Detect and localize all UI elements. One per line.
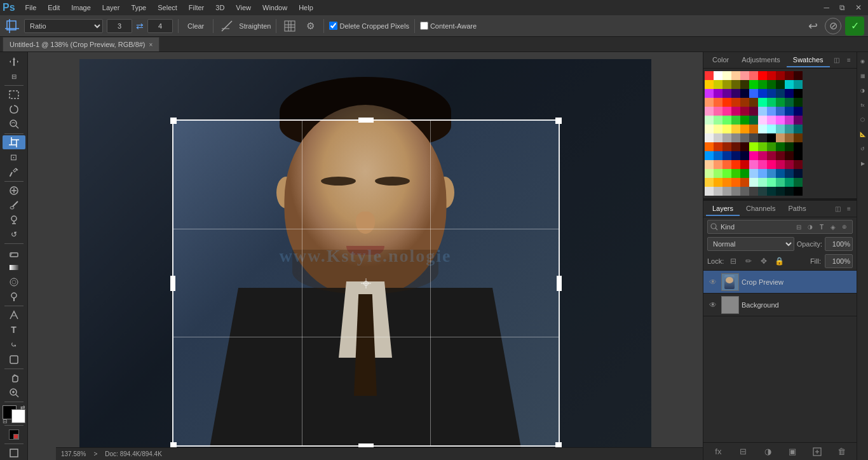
tab-close-icon[interactable]: × (149, 41, 153, 48)
swatch-13-0[interactable] (705, 187, 714, 196)
panel-history-icon[interactable]: ↺ (858, 142, 868, 155)
menu-file[interactable]: File (20, 3, 42, 13)
swap-dimensions-icon[interactable]: ⇄ (136, 21, 144, 31)
swatch-6-9[interactable] (785, 125, 794, 133)
swatch-7-4[interactable] (740, 133, 749, 142)
swatch-4-1[interactable] (714, 107, 722, 116)
swatch-8-7[interactable] (767, 142, 776, 151)
swatch-10-8[interactable] (776, 160, 785, 169)
swatch-11-10[interactable] (794, 169, 803, 178)
swatch-7-2[interactable] (722, 133, 731, 142)
swatch-0-1[interactable] (714, 71, 722, 80)
document-tab[interactable]: Untitled-1 @ 138% (Crop Preview, RGB/8#)… (3, 37, 159, 51)
layer-item-crop-preview[interactable]: 👁 Crop Preview (703, 271, 857, 294)
swatch-12-2[interactable] (722, 178, 731, 187)
swatch-12-8[interactable] (776, 178, 785, 187)
swatch-2-1[interactable] (714, 89, 722, 98)
crop-width-input[interactable] (107, 19, 132, 33)
change-screen-mode[interactable] (3, 446, 25, 460)
swatch-8-0[interactable] (705, 142, 714, 151)
panel-layers-icon[interactable]: ▦ (858, 69, 868, 82)
text-tool[interactable]: T (3, 323, 25, 337)
swatch-4-8[interactable] (776, 107, 785, 116)
crop-handle-tm[interactable] (358, 118, 374, 123)
ratio-select[interactable]: Ratio W x H x Resolution Original Ratio … (24, 19, 103, 33)
swatch-10-2[interactable] (722, 160, 731, 169)
settings-icon[interactable]: ⚙ (302, 18, 318, 34)
delete-cropped-check[interactable]: Delete Cropped Pixels (329, 22, 409, 30)
crop-box[interactable] (172, 119, 560, 447)
clear-button[interactable]: Clear (184, 21, 208, 31)
background-color[interactable] (11, 409, 25, 423)
swatch-12-7[interactable] (767, 178, 776, 187)
swatch-2-9[interactable] (785, 89, 794, 98)
panel-color-icon[interactable]: ◉ (858, 55, 868, 67)
gradient-tool[interactable] (3, 260, 25, 274)
swatch-1-6[interactable] (758, 80, 767, 89)
swatch-7-1[interactable] (714, 133, 722, 142)
swatch-9-10[interactable] (794, 151, 803, 160)
swatch-10-10[interactable] (794, 160, 803, 169)
layer-visibility-background[interactable]: 👁 (707, 299, 719, 311)
menu-edit[interactable]: Edit (43, 3, 65, 13)
swatch-5-0[interactable] (705, 116, 714, 125)
frame-tool[interactable]: ⊡ (3, 150, 25, 164)
heal-brush-tool[interactable] (3, 184, 25, 198)
swatch-8-2[interactable] (722, 142, 731, 151)
swatch-3-9[interactable] (785, 98, 794, 107)
swatch-8-5[interactable] (749, 142, 758, 151)
brush-tool[interactable] (3, 198, 25, 212)
swatch-11-7[interactable] (767, 169, 776, 178)
confirm-crop-button[interactable]: ✓ (845, 17, 864, 36)
swatch-5-8[interactable] (776, 116, 785, 125)
eraser-tool[interactable] (3, 246, 25, 260)
reset-colors-icon[interactable]: ⊟ (3, 418, 8, 424)
tab-layers[interactable]: Layers (706, 202, 740, 216)
rect-select-tool[interactable] (3, 88, 25, 102)
kind-text-icon[interactable]: T (817, 222, 827, 232)
eyedropper-tool[interactable] (3, 165, 25, 179)
overlay-icon[interactable] (281, 18, 298, 34)
swatch-5-4[interactable] (740, 116, 749, 125)
dodge-tool[interactable] (3, 290, 25, 304)
swatch-2-0[interactable] (705, 89, 714, 98)
swatch-13-1[interactable] (714, 187, 722, 196)
swatch-3-5[interactable] (749, 98, 758, 107)
tab-color[interactable]: Color (706, 53, 735, 67)
swatch-3-2[interactable] (722, 98, 731, 107)
swatch-11-5[interactable] (749, 169, 758, 178)
menu-select[interactable]: Select (153, 3, 182, 13)
swatch-6-8[interactable] (776, 125, 785, 133)
swatch-7-3[interactable] (731, 133, 740, 142)
new-group-button[interactable]: ▣ (786, 445, 799, 458)
artboard-tool[interactable]: ⊟ (3, 69, 25, 83)
swatch-10-9[interactable] (785, 160, 794, 169)
cancel-crop-button[interactable]: ⊘ (825, 18, 841, 34)
menu-help[interactable]: Help (294, 3, 318, 13)
swatch-5-10[interactable] (794, 116, 803, 125)
menu-filter[interactable]: Filter (184, 3, 209, 13)
swatch-3-10[interactable] (794, 98, 803, 107)
crop-tool[interactable] (3, 135, 25, 149)
layers-panel-menu-icon[interactable]: ≡ (844, 204, 854, 214)
swatch-3-0[interactable] (705, 98, 714, 107)
kind-adjustment-icon[interactable]: ◑ (805, 222, 815, 232)
straighten-button[interactable] (219, 18, 235, 34)
swatch-3-3[interactable] (731, 98, 740, 107)
swatch-6-0[interactable] (705, 125, 714, 133)
new-fill-adjustment-button[interactable]: ◑ (761, 445, 774, 458)
swatch-11-3[interactable] (731, 169, 740, 178)
swatch-0-9[interactable] (785, 71, 794, 80)
swatch-5-7[interactable] (767, 116, 776, 125)
swatch-10-5[interactable] (749, 160, 758, 169)
kind-smart-icon[interactable]: ⊕ (839, 222, 850, 232)
hand-tool[interactable] (3, 371, 25, 385)
swatch-1-8[interactable] (776, 80, 785, 89)
swatch-13-7[interactable] (767, 187, 776, 196)
swatch-6-7[interactable] (767, 125, 776, 133)
pen-tool[interactable] (3, 308, 25, 322)
swatch-7-7[interactable] (767, 133, 776, 142)
swatch-6-2[interactable] (722, 125, 731, 133)
crop-handle-ml[interactable] (170, 276, 175, 291)
zoom-tool[interactable] (3, 386, 25, 400)
